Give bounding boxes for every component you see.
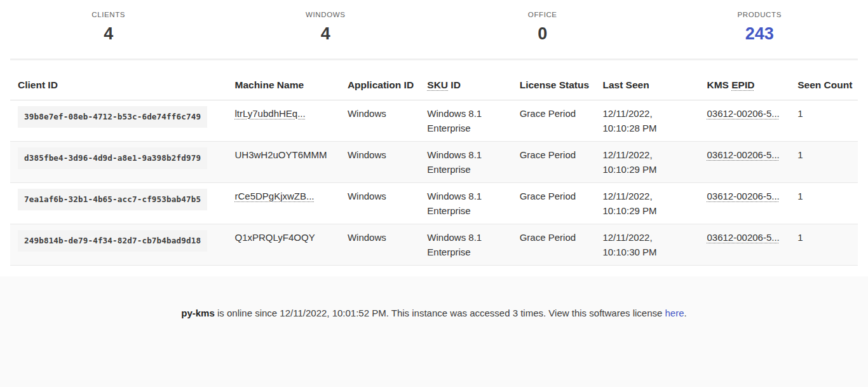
column-header: Application ID xyxy=(340,60,419,100)
client-id-chip: d385fbe4-3d96-4d9d-a8e1-9a398b2fd979 xyxy=(18,147,207,169)
kms-epid-cell: 03612-00206-5... xyxy=(700,100,790,141)
license-status-cell: Grace Period xyxy=(512,224,595,265)
clients-table: Client IDMachine NameApplication IDSKU I… xyxy=(10,60,858,266)
client-id-cell: 249b814b-de79-4f34-82d7-cb7b4bad9d18 xyxy=(10,224,227,265)
seen-count-cell: 1 xyxy=(790,141,858,182)
application-id-cell: Windows xyxy=(340,224,419,265)
stat-clients: CLIENTS 4 xyxy=(0,11,217,44)
stat-windows-label: WINDOWS xyxy=(217,11,435,18)
machine-name[interactable]: ltrLy7ubdhHEq... xyxy=(235,108,306,119)
stat-windows: WINDOWS 4 xyxy=(217,11,435,44)
license-status-cell: Grace Period xyxy=(512,100,595,141)
application-id-cell: Windows xyxy=(340,182,419,224)
seen-count-cell: 1 xyxy=(790,182,858,224)
footer-suffix: . xyxy=(684,308,687,318)
client-id-chip: 39b8e7ef-08eb-4712-b53c-6de74ff6c749 xyxy=(18,106,207,128)
column-header: License Status xyxy=(512,60,595,100)
kms-epid[interactable]: 03612-00206-5... xyxy=(707,149,780,160)
license-status-cell: Grace Period xyxy=(512,141,595,182)
kms-epid-cell: 03612-00206-5... xyxy=(700,182,790,224)
seen-count-cell: 1 xyxy=(790,100,858,141)
machine-name-cell: rCe5DPgKjxwZB... xyxy=(227,182,340,224)
column-header: Machine Name xyxy=(227,60,340,100)
sku-id-cell: Windows 8.1 Enterprise xyxy=(419,182,512,224)
abbr-term[interactable]: SKU xyxy=(427,79,448,90)
sku-id-cell: Windows 8.1 Enterprise xyxy=(419,100,512,141)
footer-status-message: is online since 12/11/2022, 10:01:52 PM.… xyxy=(215,308,665,318)
table-header: Client IDMachine NameApplication IDSKU I… xyxy=(10,60,858,100)
column-header: Last Seen xyxy=(595,60,699,100)
sku-id-cell: Windows 8.1 Enterprise xyxy=(419,141,512,182)
stat-windows-value: 4 xyxy=(217,25,435,44)
table-row: 7ea1af6b-32b1-4b65-acc7-cf953bab47b5rCe5… xyxy=(10,182,858,224)
sku-id-cell: Windows 8.1 Enterprise xyxy=(419,224,512,265)
table-body: 39b8e7ef-08eb-4712-b53c-6de74ff6c749ltrL… xyxy=(10,100,858,265)
machine-name: UH3wH2uOYT6MMM xyxy=(235,149,327,160)
client-id-cell: 39b8e7ef-08eb-4712-b53c-6de74ff6c749 xyxy=(10,100,227,141)
machine-name: Q1xPRQLyF4OQY xyxy=(235,232,315,243)
client-id-chip: 249b814b-de79-4f34-82d7-cb7b4bad9d18 xyxy=(18,230,207,252)
stats-row: CLIENTS 4 WINDOWS 4 OFFICE 0 PRODUCTS 24… xyxy=(0,0,868,44)
application-id-cell: Windows xyxy=(340,100,419,141)
table-header-row: Client IDMachine NameApplication IDSKU I… xyxy=(10,60,858,100)
stat-office-label: OFFICE xyxy=(434,11,651,18)
stat-office-value: 0 xyxy=(434,25,651,44)
client-id-chip: 7ea1af6b-32b1-4b65-acc7-cf953bab47b5 xyxy=(18,189,207,210)
last-seen-cell: 12/11/2022, 10:10:29 PM xyxy=(595,182,699,224)
table-row: d385fbe4-3d96-4d9d-a8e1-9a398b2fd979UH3w… xyxy=(10,141,858,182)
app-name: py-kms xyxy=(181,308,215,318)
license-status-cell: Grace Period xyxy=(512,182,595,224)
application-id-cell: Windows xyxy=(340,141,419,182)
stat-clients-label: CLIENTS xyxy=(0,11,217,18)
kms-epid[interactable]: 03612-00206-5... xyxy=(707,108,780,119)
stat-products-value[interactable]: 243 xyxy=(651,25,868,44)
kms-epid-cell: 03612-00206-5... xyxy=(700,224,790,265)
last-seen-cell: 12/11/2022, 10:10:29 PM xyxy=(595,141,699,182)
column-header: SKU ID xyxy=(419,60,512,100)
last-seen-cell: 12/11/2022, 10:10:30 PM xyxy=(595,224,699,265)
kms-epid[interactable]: 03612-00206-5... xyxy=(707,191,780,201)
last-seen-cell: 12/11/2022, 10:10:28 PM xyxy=(595,100,699,141)
license-link[interactable]: here xyxy=(665,308,684,318)
machine-name-cell: UH3wH2uOYT6MMM xyxy=(227,141,340,182)
table-row: 249b814b-de79-4f34-82d7-cb7b4bad9d18Q1xP… xyxy=(10,224,858,265)
machine-name-cell: ltrLy7ubdhHEq... xyxy=(227,100,340,141)
column-header: KMS EPID xyxy=(700,60,790,100)
seen-count-cell: 1 xyxy=(790,224,858,265)
client-id-cell: d385fbe4-3d96-4d9d-a8e1-9a398b2fd979 xyxy=(10,141,227,182)
stat-products: PRODUCTS 243 xyxy=(651,11,868,44)
column-header: Client ID xyxy=(10,60,227,100)
machine-name-cell: Q1xPRQLyF4OQY xyxy=(227,224,340,265)
dashboard-card: CLIENTS 4 WINDOWS 4 OFFICE 0 PRODUCTS 24… xyxy=(0,0,868,276)
client-id-cell: 7ea1af6b-32b1-4b65-acc7-cf953bab47b5 xyxy=(10,182,227,224)
column-header: Seen Count xyxy=(790,60,858,100)
stat-office: OFFICE 0 xyxy=(434,11,651,44)
kms-epid-cell: 03612-00206-5... xyxy=(700,141,790,182)
stat-products-label: PRODUCTS xyxy=(651,11,868,18)
abbr-term[interactable]: EPID xyxy=(731,79,754,90)
stat-clients-value: 4 xyxy=(0,25,217,44)
kms-epid[interactable]: 03612-00206-5... xyxy=(707,232,780,243)
footer-status-text: py-kms is online since 12/11/2022, 10:01… xyxy=(181,308,686,318)
table-row: 39b8e7ef-08eb-4712-b53c-6de74ff6c749ltrL… xyxy=(10,100,858,141)
machine-name[interactable]: rCe5DPgKjxwZB... xyxy=(235,191,315,201)
footer: py-kms is online since 12/11/2022, 10:01… xyxy=(0,276,868,318)
